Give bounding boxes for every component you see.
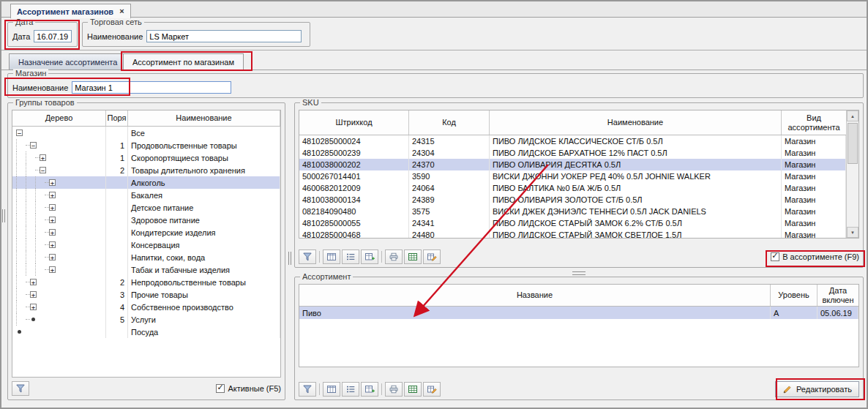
- edit-button[interactable]: Редактировать: [775, 381, 859, 397]
- sku-row[interactable]: 481028500005524341ПИВО ЛИДСКОЕ СТАРЫЙ ЗА…: [299, 217, 846, 229]
- add-table-icon[interactable]: [361, 382, 378, 397]
- tree-row[interactable]: +Табак и табачные изделия: [12, 263, 280, 276]
- sku-row[interactable]: 481003800020224370ПИВО ОЛИВАРИЯ ДЕСЯТКА …: [299, 159, 846, 170]
- column-header-sku-name[interactable]: Наименование: [490, 110, 782, 135]
- column-header-barcode[interactable]: Штрихкод: [299, 110, 409, 135]
- table-edit-icon[interactable]: [423, 249, 441, 264]
- list-icon[interactable]: [342, 382, 359, 397]
- tree-line: [16, 251, 26, 263]
- collapse-icon[interactable]: −: [16, 130, 23, 136]
- tree-row-name: Продовольственные товары: [128, 139, 280, 151]
- tab-assortment-by-stores[interactable]: Ассортимент по магазинам: [123, 53, 244, 70]
- list-icon[interactable]: [342, 249, 359, 264]
- sku-row[interactable]: 481028500046824480ПИВО ЛИДСКОЕ СТАРЫЙ ЗА…: [299, 229, 846, 239]
- checkbox-icon[interactable]: ✓: [216, 384, 225, 393]
- expand-icon[interactable]: +: [30, 291, 37, 298]
- sku-code: 24480: [409, 229, 490, 239]
- active-filter-checkbox[interactable]: ✓ Активные (F5): [216, 384, 281, 393]
- tree-line: [16, 164, 26, 176]
- expand-icon[interactable]: +: [49, 217, 56, 223]
- left-edge-splitter[interactable]: [2, 209, 5, 222]
- network-name-input[interactable]: [146, 30, 302, 42]
- table-edit-icon[interactable]: [423, 382, 441, 397]
- expand-icon[interactable]: +: [49, 254, 56, 260]
- tree-row[interactable]: +2Непродовольственные товары: [12, 276, 280, 288]
- sku-scrollbar[interactable]: ▲ ▼: [846, 110, 858, 238]
- tree-row[interactable]: +Детское питание: [12, 201, 280, 214]
- tree-cell: [12, 313, 106, 326]
- expand-icon[interactable]: +: [49, 229, 56, 236]
- tree-row[interactable]: +1Скоропортящиеся товары: [12, 151, 280, 164]
- print-icon[interactable]: [385, 382, 403, 397]
- assortment-row[interactable]: ПивоА05.06.19: [299, 307, 858, 319]
- column-header-date[interactable]: Дата включен: [818, 285, 858, 306]
- filter-icon[interactable]: [299, 382, 316, 397]
- column-header-level[interactable]: Уровень: [771, 285, 818, 306]
- vertical-splitter[interactable]: [288, 252, 291, 265]
- tree-line: [16, 189, 26, 201]
- tree-row[interactable]: +Кондитерские изделия: [12, 226, 280, 239]
- groups-toolbar: ✓ Активные (F5): [12, 380, 281, 396]
- sku-row[interactable]: 460068201200924064ПИВО БАЛТИКА №0 Б/А Ж/…: [299, 182, 846, 194]
- sku-panel: SKU Штрихкод Код Наименование Вид ассорт…: [294, 102, 864, 268]
- column-header-code[interactable]: Код: [409, 110, 490, 135]
- tree-row[interactable]: +Напитки, соки, вода: [12, 251, 280, 263]
- close-icon[interactable]: ×: [119, 7, 124, 15]
- column-header-kind[interactable]: Вид ассортимента: [782, 110, 846, 135]
- tree-row-order: 4: [106, 301, 128, 313]
- sku-row[interactable]: 481028500002424315ПИВО ЛИДСКОЕ КЛАССИЧЕС…: [299, 135, 846, 147]
- column-header-name[interactable]: Наименование: [128, 110, 280, 126]
- tree-cell: −: [12, 127, 106, 139]
- column-header-order[interactable]: Поря: [106, 110, 128, 126]
- columns-icon[interactable]: [323, 249, 340, 264]
- tree-row[interactable]: Посуда: [12, 326, 280, 338]
- tree-row[interactable]: +Здоровое питание: [12, 214, 280, 226]
- filter-icon[interactable]: [299, 249, 316, 264]
- scrollbar-thumb[interactable]: [848, 123, 858, 164]
- tree-row[interactable]: +Консервация: [12, 239, 280, 251]
- sku-row[interactable]: 481028500023924304ПИВО ЛИДСКОЕ БАРХАТНОЕ…: [299, 147, 846, 159]
- column-header-tree[interactable]: Дерево: [12, 110, 106, 126]
- sku-row[interactable]: 0821840904803575ВИСКИ ДЖЕК ДЭНИЭЛС ТЕННЕ…: [299, 206, 846, 217]
- excel-icon[interactable]: [404, 249, 422, 264]
- expand-icon[interactable]: +: [40, 154, 46, 161]
- tree-row[interactable]: +Алкоголь: [12, 176, 280, 189]
- expand-icon[interactable]: +: [49, 266, 56, 273]
- excel-icon[interactable]: [404, 382, 422, 397]
- tree-cell: +: [12, 189, 106, 201]
- expand-icon[interactable]: +: [49, 241, 56, 248]
- filter-icon[interactable]: [12, 381, 29, 396]
- scroll-up-icon[interactable]: ▲: [847, 110, 858, 121]
- tree-row[interactable]: 5Услуги: [12, 313, 280, 326]
- collapse-icon[interactable]: −: [30, 142, 37, 149]
- sku-row[interactable]: 481003800013424389ПИВО ОЛИВАРИЯ ЗОЛОТОЕ …: [299, 194, 846, 206]
- column-header-assortment-name[interactable]: Название: [299, 285, 771, 306]
- tree-row[interactable]: −1Продовольственные товары: [12, 139, 280, 151]
- date-input[interactable]: [34, 30, 72, 42]
- add-table-icon[interactable]: [361, 249, 378, 264]
- print-icon[interactable]: [385, 249, 403, 264]
- in-assortment-checkbox[interactable]: ✓ В ассортименте (F9): [771, 252, 859, 261]
- tab-assortment-assignment[interactable]: Назначение ассортимента: [9, 53, 127, 70]
- tree-row[interactable]: +Бакалея: [12, 189, 280, 201]
- expand-icon[interactable]: +: [49, 192, 56, 198]
- scroll-down-icon[interactable]: ▼: [847, 227, 858, 238]
- tree-cell: −: [12, 139, 106, 151]
- sku-row[interactable]: 50002670144013590ВИСКИ ДЖОННИ УОКЕР РЕД …: [299, 170, 846, 182]
- columns-icon[interactable]: [323, 382, 340, 397]
- tree-row[interactable]: −2Товары длительного хранения: [12, 164, 280, 176]
- tree-row[interactable]: −Все: [12, 127, 280, 139]
- collapse-icon[interactable]: −: [40, 167, 46, 173]
- tree-row[interactable]: +3Прочие товары: [12, 288, 280, 301]
- expand-icon[interactable]: +: [49, 179, 56, 186]
- store-name-input[interactable]: [72, 81, 231, 94]
- expand-icon[interactable]: +: [49, 204, 56, 211]
- document-tab[interactable]: Ассортимент магазинов ×: [10, 4, 131, 18]
- tree-row[interactable]: +4Собственное производство: [12, 301, 280, 313]
- expand-icon[interactable]: +: [30, 304, 37, 310]
- horizontal-splitter[interactable]: [572, 271, 585, 275]
- tree-line: [26, 214, 35, 226]
- tree-line: [35, 226, 45, 239]
- expand-icon[interactable]: +: [30, 279, 37, 285]
- checkbox-icon[interactable]: ✓: [771, 252, 779, 261]
